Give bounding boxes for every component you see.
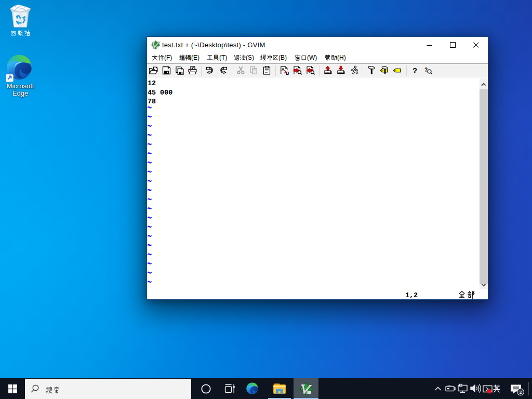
svg-text:?: ? [424, 67, 428, 73]
svg-text:A: A [282, 67, 285, 72]
svg-text:2: 2 [520, 390, 522, 395]
svg-text:?: ? [413, 66, 417, 75]
svg-text:B: B [286, 71, 289, 75]
